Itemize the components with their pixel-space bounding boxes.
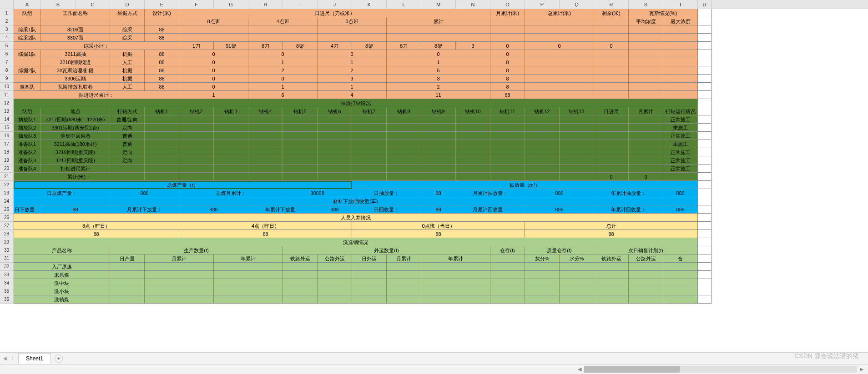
column-header[interactable]: L — [387, 0, 421, 9]
cell[interactable] — [698, 58, 712, 66]
cell[interactable] — [145, 271, 214, 279]
cell[interactable]: 公路外运 — [629, 254, 663, 263]
cell[interactable]: 0 — [525, 42, 594, 50]
cell[interactable]: 钻机4 — [248, 107, 283, 115]
row-header[interactable]: 8 — [0, 66, 14, 75]
cell[interactable] — [318, 140, 352, 148]
cell[interactable] — [594, 132, 629, 140]
row-header[interactable]: 15 — [0, 124, 14, 132]
cell[interactable]: 生产数量(t) — [110, 246, 283, 254]
cell[interactable] — [456, 148, 490, 156]
cell[interactable]: 3218回顺绕道 — [41, 58, 110, 66]
cell[interactable] — [352, 165, 387, 173]
cell[interactable]: 钻机5 — [283, 107, 318, 115]
cell[interactable] — [456, 140, 490, 148]
cell[interactable]: 3#瓦斯治理巷I段 — [41, 66, 110, 75]
cell[interactable]: 888 — [525, 205, 594, 214]
row-header[interactable]: 17 — [0, 140, 14, 148]
cell[interactable] — [560, 140, 594, 148]
header-daily[interactable]: 日进尺（刀或米） — [179, 9, 490, 17]
cell[interactable]: 8架 — [421, 42, 456, 50]
cell[interactable]: 88 — [421, 205, 456, 214]
cell[interactable] — [594, 75, 629, 83]
row-header[interactable]: 36 — [0, 295, 14, 304]
cell[interactable] — [318, 263, 352, 271]
cell[interactable]: 瓦斯排放孔联巷 — [41, 83, 110, 91]
cell[interactable] — [560, 279, 594, 287]
cell[interactable] — [490, 148, 525, 156]
cell[interactable] — [490, 25, 525, 34]
cell[interactable]: 888 — [179, 205, 248, 214]
cell[interactable]: 1 — [248, 83, 318, 91]
cell[interactable] — [698, 9, 712, 17]
cell[interactable] — [352, 115, 387, 124]
cell[interactable] — [318, 173, 352, 181]
cell[interactable]: 抽放队2 — [14, 124, 41, 132]
cell[interactable]: 钻机2 — [179, 107, 214, 115]
cell[interactable] — [698, 156, 712, 165]
cell[interactable] — [663, 66, 698, 75]
cell[interactable] — [594, 25, 629, 34]
cell[interactable] — [352, 173, 387, 181]
column-header[interactable]: S — [629, 0, 663, 9]
cell[interactable] — [698, 189, 712, 197]
cell[interactable] — [352, 271, 387, 279]
cell[interactable] — [352, 295, 387, 304]
cell[interactable] — [283, 295, 318, 304]
cell[interactable]: 8架 — [352, 42, 387, 50]
cell[interactable]: 88 — [421, 189, 456, 197]
cell[interactable]: 888 — [663, 205, 698, 214]
column-header[interactable]: F — [179, 0, 214, 9]
cell[interactable] — [594, 287, 629, 295]
cell[interactable]: 3211高抽(180米处) — [41, 140, 110, 148]
cell[interactable]: 0 — [387, 50, 490, 58]
row-header[interactable]: 21 — [0, 173, 14, 181]
cell[interactable] — [698, 34, 712, 42]
row-header[interactable]: 22 — [0, 181, 14, 189]
cell[interactable] — [698, 181, 712, 189]
cell[interactable] — [283, 279, 318, 287]
column-header[interactable]: O — [490, 0, 525, 9]
cell[interactable]: 1 — [387, 58, 490, 66]
cell[interactable]: 月累计抽放量： — [456, 189, 525, 197]
cell[interactable] — [421, 148, 456, 156]
cell[interactable]: 普通 — [110, 140, 145, 148]
cell[interactable]: 88 — [145, 50, 179, 58]
cell[interactable]: 2 — [248, 66, 318, 75]
cell[interactable]: 0 — [179, 50, 248, 58]
cell[interactable]: 准备队2 — [14, 148, 41, 156]
cell[interactable] — [560, 271, 594, 279]
cell[interactable]: 正常施工 — [663, 148, 698, 156]
cell[interactable]: 0 — [248, 75, 318, 83]
column-header[interactable]: P — [525, 0, 560, 9]
cell[interactable]: 1 — [179, 91, 248, 99]
cell[interactable] — [387, 25, 490, 34]
cell[interactable] — [698, 124, 712, 132]
cell[interactable]: 3217回顺(680米、1220米) — [41, 115, 110, 124]
cell[interactable]: 88888 — [283, 189, 352, 197]
cell[interactable]: 打钻运行情况 — [663, 107, 698, 115]
cell[interactable]: 抽放量（m³） — [352, 181, 698, 189]
header-remain[interactable]: 剩余(米) — [594, 9, 629, 17]
cell[interactable] — [629, 165, 663, 173]
row-header[interactable]: 29 — [0, 238, 14, 246]
header-method[interactable]: 采掘方式 — [110, 9, 145, 17]
cell[interactable] — [698, 222, 712, 230]
cell[interactable]: 综采2队 — [14, 34, 41, 42]
cell[interactable] — [663, 58, 698, 66]
cell[interactable] — [698, 263, 712, 271]
cell[interactable] — [698, 25, 712, 34]
cell[interactable] — [387, 115, 421, 124]
cell[interactable]: 3206面 — [41, 25, 110, 34]
cell[interactable] — [629, 156, 663, 165]
cell[interactable]: 钻机8 — [387, 107, 421, 115]
cell[interactable] — [179, 156, 214, 165]
column-header[interactable]: J — [318, 0, 352, 9]
cell[interactable] — [560, 156, 594, 165]
cell[interactable]: 材料下放/回收量(车) — [14, 197, 698, 205]
cell[interactable]: 8 — [490, 83, 525, 91]
cell[interactable] — [421, 124, 456, 132]
cell[interactable]: 3 — [387, 75, 490, 83]
cell[interactable] — [698, 99, 712, 107]
cell[interactable]: 日原煤产量： — [14, 189, 110, 197]
